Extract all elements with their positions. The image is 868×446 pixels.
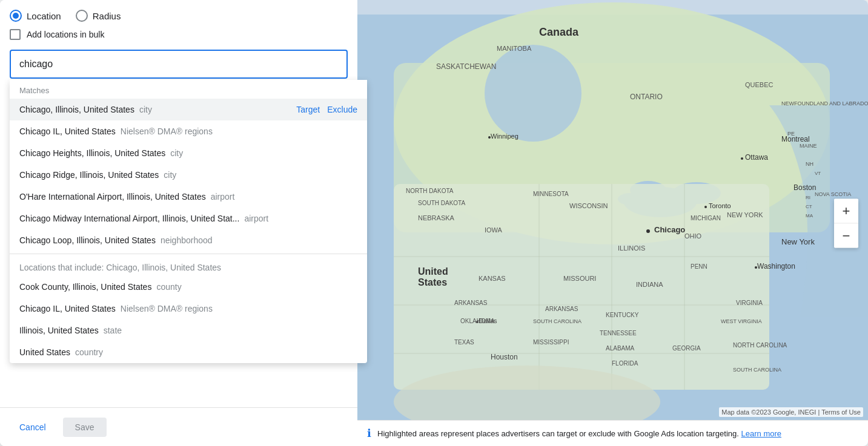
svg-text:KANSAS: KANSAS — [479, 275, 506, 282]
svg-text:OHIO: OHIO — [684, 232, 702, 240]
modal: Location Radius Add locations in bulk Ma… — [0, 0, 868, 446]
svg-text:NORTH DAKOTA: NORTH DAKOTA — [406, 188, 454, 194]
includes-left-0: Cook County, Illinois, United States cou… — [19, 282, 357, 292]
includes-name-0: Cook County, Illinois, United States — [19, 282, 151, 292]
dropdown-item-5[interactable]: Chicago Midway International Airport, Il… — [10, 208, 367, 229]
svg-text:Canada: Canada — [539, 26, 579, 38]
svg-text:NOVA SCOTIA: NOVA SCOTIA — [815, 191, 851, 197]
includes-label: Locations that include: Chicago, Illinoi… — [10, 257, 367, 276]
matches-label: Matches — [10, 80, 367, 99]
info-text: Highlighted areas represent places adver… — [377, 429, 781, 438]
svg-text:Chicago: Chicago — [654, 225, 685, 234]
svg-point-70 — [488, 136, 491, 139]
svg-point-26 — [755, 266, 757, 269]
dropdown-item-1[interactable]: Chicago IL, United States Nielsen® DMA® … — [10, 120, 367, 142]
includes-left-1: Chicago IL, United States Nielsen® DMA® … — [19, 304, 357, 313]
includes-name-2: Illinois, United States — [19, 326, 99, 335]
svg-text:Montreal: Montreal — [781, 135, 810, 143]
search-input[interactable] — [10, 50, 348, 79]
svg-text:GEORGIA: GEORGIA — [672, 345, 701, 352]
item-name-6: Chicago Loop, Illinois, United States — [19, 235, 156, 245]
item-name-4: O'Hare International Airport, Illinois, … — [19, 192, 206, 202]
item-type-1: Nielsen® DMA® regions — [121, 126, 213, 136]
svg-point-21 — [741, 157, 743, 160]
svg-text:PE: PE — [787, 131, 795, 137]
svg-text:Ottawa: Ottawa — [745, 153, 768, 162]
svg-text:Toronto: Toronto — [709, 202, 731, 209]
svg-text:WISCONSIN: WISCONSIN — [569, 202, 608, 209]
radius-radio-option[interactable]: Radius — [76, 10, 121, 22]
includes-item-1[interactable]: Chicago IL, United States Nielsen® DMA® … — [10, 298, 367, 320]
modal-footer: Cancel Save — [0, 407, 357, 446]
svg-text:SOUTH CAROLINA: SOUTH CAROLINA — [533, 318, 581, 324]
svg-text:MISSISSIPPI: MISSISSIPPI — [533, 339, 569, 346]
svg-text:SOUTH DAKOTA: SOUTH DAKOTA — [418, 200, 465, 206]
item-type-3: city — [164, 170, 176, 180]
exclude-link-0[interactable]: Exclude — [327, 105, 357, 114]
map-panel: Chicago Toronto Ottawa Montreal Boston N… — [357, 0, 868, 446]
info-bar: ℹ Highlighted areas represent places adv… — [357, 420, 868, 446]
svg-text:United: United — [418, 266, 448, 277]
location-radio-button[interactable] — [10, 10, 22, 22]
item-type-2: city — [170, 148, 183, 158]
modal-body: Location Radius Add locations in bulk Ma… — [0, 0, 868, 446]
svg-text:Boston: Boston — [793, 183, 816, 192]
left-panel: Location Radius Add locations in bulk Ma… — [0, 0, 357, 446]
dropdown-item-3[interactable]: Chicago Ridge, Illinois, United States c… — [10, 164, 367, 186]
location-radio-option[interactable]: Location — [10, 10, 61, 22]
svg-text:NEW YORK: NEW YORK — [727, 211, 763, 218]
svg-text:MISSOURI: MISSOURI — [563, 275, 596, 282]
learn-more-link[interactable]: Learn more — [741, 429, 781, 438]
svg-text:FLORIDA: FLORIDA — [612, 360, 638, 367]
svg-text:WEST VIRGINIA: WEST VIRGINIA — [721, 318, 762, 324]
svg-text:SOUTH CAROLINA: SOUTH CAROLINA — [733, 367, 781, 373]
svg-text:VIRGINIA: VIRGINIA — [736, 300, 763, 306]
item-left-3: Chicago Ridge, Illinois, United States c… — [19, 170, 357, 180]
svg-text:KENTUCKY: KENTUCKY — [606, 312, 639, 318]
item-name-2: Chicago Heights, Illinois, United States — [19, 148, 165, 158]
radius-radio-button[interactable] — [76, 10, 88, 22]
item-name-1: Chicago IL, United States — [19, 126, 116, 136]
info-icon: ℹ — [367, 427, 371, 440]
dropdown-item-4[interactable]: O'Hare International Airport, Illinois, … — [10, 186, 367, 208]
location-radio-label: Location — [27, 11, 61, 21]
includes-item-0[interactable]: Cook County, Illinois, United States cou… — [10, 276, 367, 298]
dropdown-item-2[interactable]: Chicago Heights, Illinois, United States… — [10, 142, 367, 164]
includes-item-2[interactable]: Illinois, United States state — [10, 320, 367, 341]
svg-point-14 — [485, 45, 581, 142]
dropdown-item-0[interactable]: Chicago, Illinois, United States city Ta… — [10, 99, 367, 120]
item-type-4: airport — [211, 192, 235, 202]
zoom-in-button[interactable]: + — [834, 198, 858, 223]
svg-text:MICHIGAN: MICHIGAN — [691, 215, 721, 221]
zoom-out-button[interactable]: − — [834, 223, 858, 248]
map-svg: Chicago Toronto Ottawa Montreal Boston N… — [357, 0, 868, 446]
bulk-checkbox-row[interactable]: Add locations in bulk — [10, 29, 348, 40]
item-left-2: Chicago Heights, Illinois, United States… — [19, 148, 357, 158]
includes-type-2: state — [104, 326, 122, 335]
svg-text:TENNESSEE: TENNESSEE — [600, 330, 637, 336]
item-left-0: Chicago, Illinois, United States city — [19, 105, 296, 114]
dropdown-item-6[interactable]: Chicago Loop, Illinois, United States ne… — [10, 229, 367, 251]
svg-text:New York: New York — [781, 237, 815, 246]
svg-text:SASKATCHEWAN: SASKATCHEWAN — [436, 62, 496, 71]
includes-type-0: county — [156, 282, 181, 292]
svg-text:ALABAMA: ALABAMA — [606, 345, 635, 352]
map-attribution: Map data ©2023 Google, INEGI | Terms of … — [719, 407, 863, 417]
svg-text:NEBRASKA: NEBRASKA — [418, 214, 455, 221]
svg-text:INDIANA: INDIANA — [636, 281, 663, 288]
svg-text:PENN: PENN — [691, 263, 707, 270]
bulk-checkbox[interactable] — [10, 29, 21, 40]
item-left-5: Chicago Midway International Airport, Il… — [19, 214, 357, 223]
map-background: Chicago Toronto Ottawa Montreal Boston N… — [357, 0, 868, 446]
svg-text:TEXAS: TEXAS — [454, 339, 474, 346]
svg-point-17 — [646, 229, 650, 233]
includes-name-3: United States — [19, 347, 70, 357]
search-container: Matches Chicago, Illinois, United States… — [10, 50, 348, 79]
target-link-0[interactable]: Target — [296, 105, 320, 114]
includes-item-3[interactable]: United States country — [10, 341, 367, 363]
svg-text:MINNESOTA: MINNESOTA — [533, 191, 569, 197]
item-actions-0: Target Exclude — [296, 105, 357, 114]
save-button[interactable]: Save — [63, 418, 107, 437]
cancel-button[interactable]: Cancel — [10, 418, 56, 437]
includes-name-1: Chicago IL, United States — [19, 304, 116, 313]
